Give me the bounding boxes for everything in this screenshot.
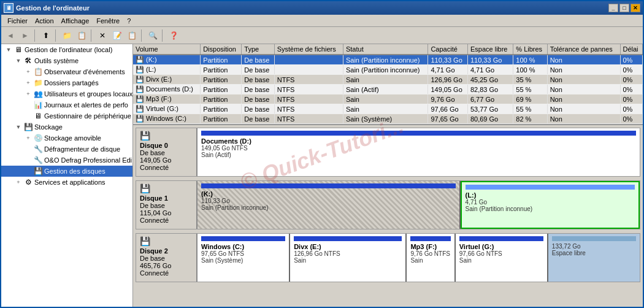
partition-k-size: 110,33 Go [201, 198, 456, 204]
disk-1-type: De base [140, 202, 193, 209]
expand-root[interactable]: ▼ [4, 45, 13, 55]
expand-outils[interactable]: ▼ [13, 56, 23, 66]
table-row[interactable]: 💾Documents (D:) Partition De base NTFS S… [133, 85, 643, 94]
partition-g[interactable]: Virtuel (G:) 97,66 Go NTFS Sain [456, 234, 548, 282]
partition-k-status: Sain (Partition inconnue) [201, 204, 456, 211]
table-row[interactable]: 💾Mp3 (F:) Partition De base NTFS Sain 9,… [133, 94, 643, 104]
expand-services[interactable]: + [13, 177, 23, 187]
cell-fs: NTFS [274, 94, 343, 104]
expand-diskmanage[interactable] [23, 166, 33, 176]
minimize-button[interactable]: _ [608, 4, 618, 12]
col-pct: % Libres [513, 44, 547, 55]
table-row[interactable]: 💾(L:) Partition De base Sain (Partition … [133, 65, 643, 75]
sidebar-item-perf[interactable]: 📊 Journaux et alertes de perfo [1, 99, 132, 110]
sidebar-item-removable[interactable]: + 💿 Stockage amovible [1, 133, 132, 144]
table-row[interactable]: 💾Windows (C:) Partition De base NTFS Sai… [133, 114, 643, 124]
expand-perf[interactable] [23, 100, 33, 110]
partition-f-name: Mp3 (F:) [410, 243, 450, 250]
cell-pct: 55 % [513, 104, 547, 114]
cell-pct: 100 % [513, 65, 547, 75]
help-button[interactable]: ❓ [167, 29, 180, 42]
expand-devmgr[interactable] [23, 111, 33, 121]
partition-unalloc-size: 133,72 Go [552, 243, 636, 250]
sidebar-item-defrag[interactable]: 🔧 Défragmenteur de disque [1, 144, 132, 155]
cell-delay: 0% [620, 94, 643, 104]
partition-f[interactable]: Mp3 (F:) 9,76 Go NTFS Sain [407, 234, 455, 282]
cell-delay: 0% [620, 114, 643, 124]
table-row[interactable]: 💾Divx (E:) Partition De base NTFS Sain 1… [133, 75, 643, 85]
partition-unalloc-status: Espace libre [552, 250, 636, 256]
properties-button[interactable]: 📝 [110, 29, 124, 42]
cell-fault: Non [547, 55, 620, 65]
disk-row-2: 💾 Disque 2 De base 465,76 Go Connecté Wi… [136, 233, 640, 282]
partition-c[interactable]: Windows (C:) 97,65 Go NTFS Sain (Système… [197, 234, 290, 282]
search-button[interactable]: 🔍 [146, 29, 159, 42]
expand-events[interactable]: + [23, 67, 33, 77]
cell-type: De base [242, 75, 274, 85]
cell-status: Sain [343, 75, 427, 85]
sidebar-item-shared[interactable]: + 📁 Dossiers partagés [1, 77, 132, 88]
forward-button[interactable]: ► [18, 29, 32, 42]
show-tree-button[interactable]: 📁 [60, 29, 74, 42]
partition-d[interactable]: Documents (D:) 149,05 Go NTFS Sain (Acti… [197, 128, 640, 176]
expand-oo[interactable] [23, 155, 33, 165]
delete-button[interactable]: ✕ [96, 29, 109, 42]
menu-action[interactable]: Action [31, 16, 58, 26]
toolbar: ◄ ► ⬆ 📁 📋 ✕ 📝 📋 🔍 ❓ [1, 27, 643, 44]
disk-row-1: 💾 Disque 1 De base 115,04 Go Connecté (K… [136, 180, 640, 229]
sidebar-events-label: Observateur d'événements [43, 68, 125, 75]
cell-capacity: 97,66 Go [428, 104, 468, 114]
sidebar-item-events[interactable]: + 📋 Observateur d'événements [1, 66, 132, 77]
menu-fenetre[interactable]: Fenêtre [93, 16, 123, 26]
tree-button2[interactable]: 📋 [75, 29, 88, 42]
partition-d-status: Sain (Actif) [201, 152, 636, 158]
sidebar-item-outils[interactable]: ▼ 🛠 Outils système [1, 55, 132, 66]
disk-0-icon: 💾 [140, 131, 193, 141]
sidebar-item-diskmanage[interactable]: 💾 Gestion des disques [1, 166, 132, 177]
up-button[interactable]: ⬆ [39, 29, 53, 42]
refresh-button[interactable]: 📋 [125, 29, 139, 42]
sidebar: ▼ 🖥 Gestion de l'ordinateur (local) ▼ 🛠 … [1, 44, 133, 307]
expand-defrag[interactable] [23, 144, 33, 154]
maximize-button[interactable]: □ [619, 4, 629, 12]
sidebar-item-services[interactable]: + ⚙ Services et applications [1, 177, 132, 188]
partition-unalloc[interactable]: 133,72 Go Espace libre [548, 234, 640, 282]
disk-1-status: Connecté [140, 217, 193, 224]
partition-f-size: 9,76 Go NTFS [410, 250, 450, 257]
back-button[interactable]: ◄ [4, 29, 17, 42]
expand-users[interactable]: + [23, 89, 33, 99]
disk-1-partitions: (K:) 110,33 Go Sain (Partition inconnue)… [197, 181, 640, 229]
sidebar-item-stockage[interactable]: ▼ 💾 Stockage [1, 121, 132, 133]
sidebar-removable-label: Stockage amovible [43, 134, 101, 142]
disk-2-size: 465,76 Go [140, 262, 193, 269]
partition-f-status: Sain [410, 257, 450, 264]
partition-k-header [201, 183, 456, 188]
toolbar-sep1 [34, 29, 37, 42]
partition-l-size: 4,71 Go [466, 199, 635, 206]
partition-e-status: Sain [294, 257, 402, 264]
sidebar-item-users[interactable]: + 👥 Utilisateurs et groupes locaux [1, 88, 132, 99]
table-row[interactable]: 💾Virtuel (G:) Partition De base NTFS Sai… [133, 104, 643, 114]
expand-removable[interactable]: + [23, 133, 33, 143]
table-row[interactable]: 💾(K:) Partition De base Sain (Partition … [133, 55, 643, 65]
sidebar-root[interactable]: ▼ 🖥 Gestion de l'ordinateur (local) [1, 44, 132, 55]
partition-g-size: 97,66 Go NTFS [459, 250, 543, 257]
close-button[interactable]: ✕ [631, 4, 640, 12]
col-fs: Système de fichiers [274, 44, 343, 55]
cell-disposition: Partition [201, 85, 242, 94]
menu-help[interactable]: ? [123, 16, 134, 26]
partition-l[interactable]: (L:) 4,71 Go Sain (Partition inconnue) [461, 181, 640, 229]
sidebar-item-oo[interactable]: 🔧 O&O Defrag Professional Edi [1, 155, 132, 166]
partition-c-header [201, 236, 285, 241]
events-icon: 📋 [33, 67, 43, 77]
sidebar-item-devmgr[interactable]: 🖥 Gestionnaire de périphérique [1, 110, 132, 121]
cell-free: 110,33 Go [467, 55, 513, 65]
expand-shared[interactable]: + [23, 78, 33, 88]
expand-stockage[interactable]: ▼ [13, 122, 23, 132]
partition-k[interactable]: (K:) 110,33 Go Sain (Partition inconnue) [197, 181, 461, 229]
cell-delay: 0% [620, 75, 643, 85]
partition-e[interactable]: Divx (E:) 126,96 Go NTFS Sain [290, 234, 407, 282]
menu-affichage[interactable]: Affichage [58, 16, 93, 26]
menu-fichier[interactable]: Fichier [4, 16, 31, 26]
cell-fault: Non [547, 75, 620, 85]
